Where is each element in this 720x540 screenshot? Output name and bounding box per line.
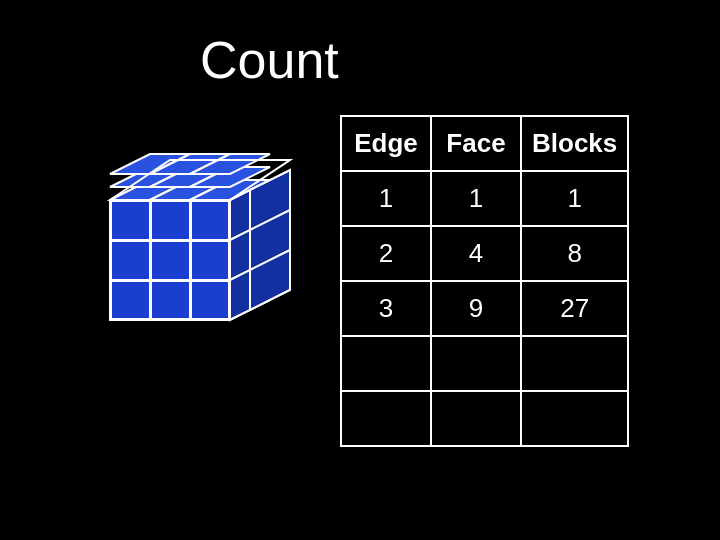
data-table-container: Edge Face Blocks 1112483927 — [340, 115, 629, 447]
col-header-face: Face — [431, 116, 521, 171]
cell-1-0: 2 — [341, 226, 431, 281]
cell-1-2: 8 — [521, 226, 628, 281]
svg-rect-7 — [151, 241, 190, 280]
svg-rect-11 — [191, 281, 229, 319]
cell-2-0: 3 — [341, 281, 431, 336]
table-row: 248 — [341, 226, 628, 281]
svg-rect-4 — [151, 201, 190, 240]
cell-4-2 — [521, 391, 628, 446]
svg-rect-9 — [111, 281, 150, 319]
cell-4-0 — [341, 391, 431, 446]
table-row: 111 — [341, 171, 628, 226]
cube-illustration — [80, 120, 300, 340]
table-row — [341, 391, 628, 446]
cell-3-2 — [521, 336, 628, 391]
cell-2-1: 9 — [431, 281, 521, 336]
cell-3-1 — [431, 336, 521, 391]
cell-0-1: 1 — [431, 171, 521, 226]
col-header-edge: Edge — [341, 116, 431, 171]
cell-4-1 — [431, 391, 521, 446]
col-header-blocks: Blocks — [521, 116, 628, 171]
svg-rect-6 — [111, 241, 150, 280]
svg-rect-10 — [151, 281, 190, 319]
content-area: Edge Face Blocks 1112483927 — [0, 110, 720, 447]
cell-2-2: 27 — [521, 281, 628, 336]
page-title: Count — [200, 30, 339, 90]
svg-rect-8 — [191, 241, 229, 280]
count-table: Edge Face Blocks 1112483927 — [340, 115, 629, 447]
svg-rect-5 — [191, 201, 229, 240]
cell-0-0: 1 — [341, 171, 431, 226]
cell-3-0 — [341, 336, 431, 391]
cell-0-2: 1 — [521, 171, 628, 226]
svg-rect-3 — [111, 201, 150, 240]
table-row — [341, 336, 628, 391]
table-body: 1112483927 — [341, 171, 628, 446]
table-header-row: Edge Face Blocks — [341, 116, 628, 171]
table-row: 3927 — [341, 281, 628, 336]
cell-1-1: 4 — [431, 226, 521, 281]
